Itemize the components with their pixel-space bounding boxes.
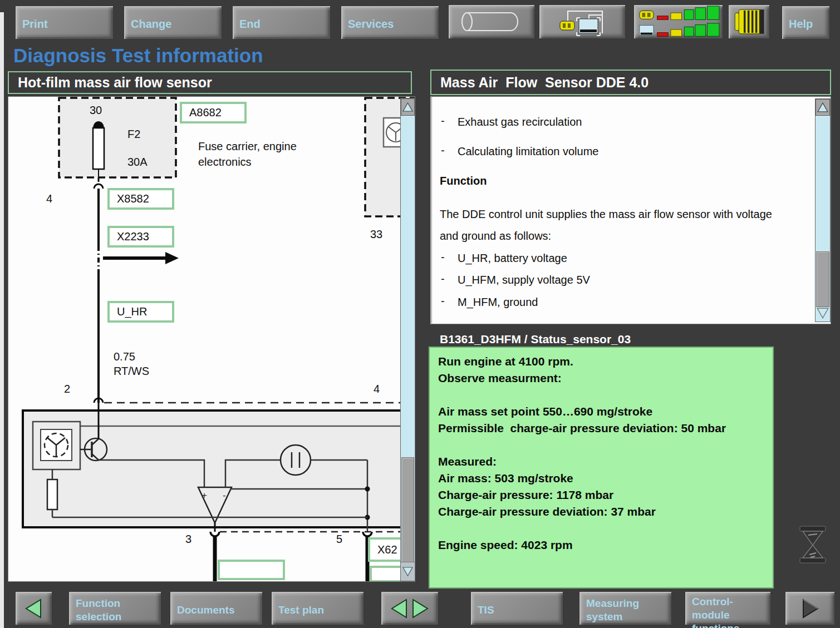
wire-color-label: RT/WS [114,365,149,378]
connector-box-x2233[interactable]: X2233 [107,226,174,248]
back-forward-arrows-icon [386,597,433,620]
scroll-up-icon [402,102,413,112]
function-paragraph-line1: The DDE control unit supplies the mass a… [440,207,772,221]
bullet-dash: - [441,115,445,127]
diagram-scroll-down-button[interactable] [401,562,415,581]
fuse-carrier-note-line1: Fuse carrier, engine [198,140,297,153]
pin-4-right-label: 4 [374,383,380,395]
status-line: Permissible charge-air pressure deviatio… [438,420,765,437]
fuse-rating-label: 30A [127,156,148,169]
fuse-name-label: F2 [127,128,140,141]
bullet-dash: - [441,295,445,308]
wire-gauge-label: 0.75 [114,350,135,363]
function-selection-button[interactable]: Function selection [68,591,161,625]
connector-plug-icon [731,7,768,37]
page-title: Diagnosis Test information [13,44,263,67]
supply-bullet-2: U_HFM, supply voltage 5V [458,273,590,287]
status-line: Charge-air pressure deviation: 37 mbar [438,503,765,520]
services-button[interactable]: Services [341,6,439,39]
hourglass-icon [795,524,831,565]
component-box-a8682[interactable]: A8682 [180,102,247,123]
signal-box-u-hr[interactable]: U_HR [107,301,174,323]
pin-3-label: 3 [185,533,191,546]
connector-box-x2233-label: X2233 [117,230,149,243]
info-panel-title: Mass Air Flow Sensor DDE 4.0 [430,70,831,95]
measurement-status-panel: Run engine at 4100 rpm. Observe measurme… [429,347,774,589]
change-button[interactable]: Change [124,6,222,39]
fuse-carrier-note-line2: electronics [198,156,252,169]
signal-box-u-hr-label: U_HR [117,305,147,318]
info-text-panel: - Exhaust gas recirculation - Calculatin… [430,96,831,324]
status-line: Air mass set point 550…690 mg/stroke [438,403,765,420]
diagram-scrollbar[interactable] [400,98,415,581]
status-line: Run engine at 4100 rpm. [438,353,765,370]
diagram-scroll-up-button[interactable] [401,98,415,116]
test-plan-button[interactable]: Test plan [271,591,364,625]
measuring-system-button[interactable]: Measuring system [579,591,672,625]
info-bullet-1: Exhaust gas recirculation [458,115,582,129]
pin-4-top-label: 4 [46,192,52,205]
diagram-scroll-thumb[interactable] [401,457,414,564]
status-line: Measured: [438,453,765,470]
status-line: Observe measurment: [438,370,765,387]
info-scroll-thumb[interactable] [816,251,829,307]
connector-box-x8582-label: X8582 [117,192,149,205]
status-line [438,387,765,403]
forward-button[interactable] [785,591,835,625]
status-line: Air mass: 503 mg/stroke [438,470,765,487]
connector-button[interactable] [728,4,770,39]
status-panel-title: B1361_D3HFM / Status_sensor_03 [440,333,631,346]
scroll-down-icon [817,308,829,319]
end-button[interactable]: End [232,6,331,39]
info-scrollbar[interactable] [815,98,831,322]
forward-arrow-icon [798,597,822,620]
connector-box-blank-center[interactable] [218,560,285,580]
screen-edge [0,12,4,628]
diagram-panel-title: Hot-film mass air flow sensor [8,71,412,94]
signal-levels-icon [635,6,721,38]
back-button[interactable] [15,591,52,625]
function-paragraph-line2: and ground as follows: [440,229,551,243]
dis-diagnosis-screen: Print Change End Services [0,0,840,628]
documents-button[interactable]: Documents [170,591,263,625]
control-module-functions-button[interactable]: Control-module functions [685,591,771,625]
info-scroll-down-button[interactable] [816,305,830,322]
supply-bullet-1: U_HR, battery voltage [458,251,567,265]
wiring-diagram-graphic: + - [8,97,415,582]
info-scroll-up-button[interactable] [816,99,830,116]
pin-2-label: 2 [64,383,70,395]
function-heading: Function [440,174,487,188]
wiring-diagram-button[interactable] [539,4,626,39]
status-line: Engine speed: 4023 rpm [438,537,765,553]
status-line [438,437,765,453]
component-box-a8682-label: A8682 [189,106,222,119]
cylinder-icon [453,8,530,36]
bullet-dash: - [441,251,445,264]
print-button[interactable]: Print [15,6,114,39]
bullet-dash: - [441,144,445,157]
terminal-30-label: 30 [90,104,112,117]
page-back-forward-button[interactable] [381,591,439,625]
status-line: Charge-air pressure: 1178 mbar [438,487,765,503]
pin-5-label: 5 [336,533,342,546]
status-line [438,520,765,537]
wiring-diagram-panel: + - [8,96,415,582]
wiring-diagram-icon [543,7,621,37]
hourglass-indicator [795,524,831,565]
pin-33-label: 33 [370,228,382,241]
supply-bullet-3: M_HFM, ground [458,295,538,309]
help-button[interactable]: Help [782,6,830,39]
opamp-minus-sign: - [223,490,226,501]
bullet-dash: - [441,273,445,285]
scroll-down-icon [402,567,413,576]
scroll-up-icon [817,102,828,112]
opamp-plus-sign: + [202,490,207,501]
cylinder-button[interactable] [448,4,535,39]
back-arrow-icon [22,597,46,620]
connector-box-x8582[interactable]: X8582 [107,188,174,210]
signal-levels-button[interactable] [633,4,723,39]
info-bullet-2: Calculating limitation volume [458,144,598,159]
connector-box-x62-label: X62 [377,543,397,556]
tis-button[interactable]: TIS [470,591,563,625]
